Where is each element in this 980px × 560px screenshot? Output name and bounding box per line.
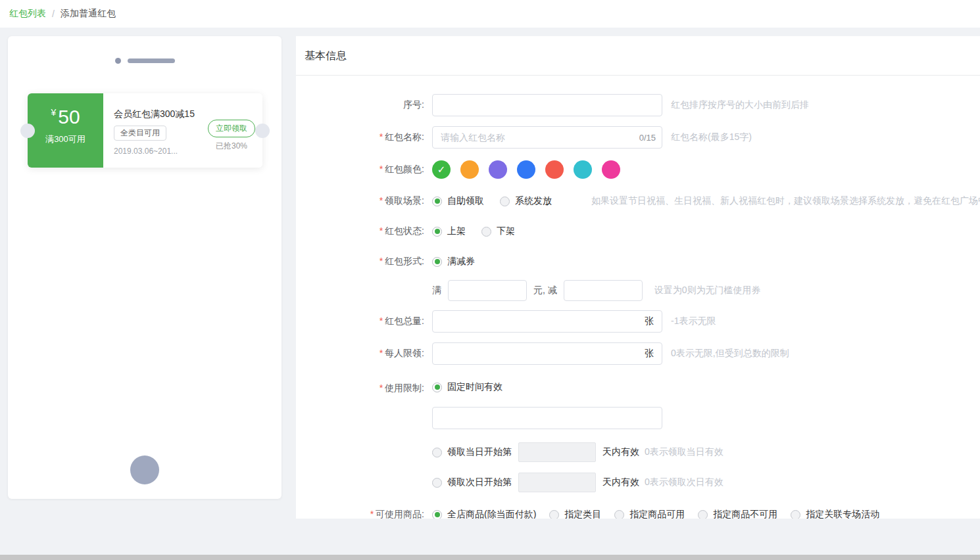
radio-label[interactable]: 领取当日开始第 <box>447 446 512 458</box>
coupon-claim-area: 立即领取 已抢30% <box>206 120 257 152</box>
field-label-usage: *使用限制: <box>305 381 432 394</box>
radio-label[interactable]: 系统发放 <box>515 195 552 207</box>
form-row-total: *红包总量: 张 -1表示无限 <box>305 310 980 333</box>
color-swatch[interactable]: ✓ <box>460 160 479 179</box>
name-hint: 红包名称(最多15字) <box>671 131 752 143</box>
radio-option-on-shelf[interactable]: 上架 <box>432 225 466 237</box>
radio-icon[interactable] <box>432 478 442 488</box>
color-swatch[interactable]: ✓ <box>517 160 535 179</box>
coupon-info-block: 会员红包满300减15 全类目可用 2019.03.06~201... 立即领取… <box>103 93 262 168</box>
radio-option-specified-products-excluded[interactable]: 指定商品不可用 <box>698 509 777 519</box>
radio-option-specified-products-allowed[interactable]: 指定商品可用 <box>614 509 685 519</box>
phone-home-button-icon <box>130 455 159 484</box>
field-label-serial: 序号: <box>305 99 432 111</box>
field-label-type: *红包形式: <box>305 256 432 268</box>
next-day-hint: 0表示领取次日有效 <box>645 477 723 488</box>
radio-option-off-shelf[interactable]: 下架 <box>481 225 515 237</box>
radio-label[interactable]: 指定商品可用 <box>629 509 685 519</box>
coupon-amount: ¥50 <box>28 106 103 128</box>
color-swatch[interactable]: ✓ <box>432 160 451 179</box>
radio-option-specified-category[interactable]: 指定类目 <box>549 509 601 519</box>
radio-option-linked-event[interactable]: 指定关联专场活动 <box>791 509 879 519</box>
form-row-products: *可使用商品: 全店商品(除当面付款) 指定类目 指定商品可用 <box>305 508 980 519</box>
breadcrumb-link-redpacket-list[interactable]: 红包列表 <box>9 8 46 20</box>
radio-icon[interactable] <box>698 510 708 519</box>
radio-icon[interactable] <box>432 227 442 237</box>
claim-now-button: 立即领取 <box>208 120 255 137</box>
name-input[interactable] <box>432 126 662 149</box>
field-label-status: *红包状态: <box>305 225 432 237</box>
phone-camera-dot-icon <box>115 58 121 64</box>
required-mark: * <box>380 315 383 326</box>
radio-icon[interactable] <box>500 197 510 206</box>
horizontal-scrollbar[interactable] <box>0 555 980 560</box>
radio-label[interactable]: 指定关联专场活动 <box>806 509 879 519</box>
radio-icon[interactable] <box>614 510 624 519</box>
radio-label[interactable]: 上架 <box>447 225 466 237</box>
radio-label[interactable]: 固定时间有效 <box>447 381 502 393</box>
field-label-color: *红包颜色: <box>305 164 432 175</box>
date-range-input[interactable] <box>432 407 662 429</box>
scene-hint: 如果设置节日祝福、生日祝福、新人祝福红包时，建议领取场景选择系统发放，避免在红包… <box>591 195 980 207</box>
serial-input[interactable] <box>432 94 662 116</box>
radio-label[interactable]: 自助领取 <box>447 195 484 207</box>
radio-option-full-reduction[interactable]: 满减券 <box>432 256 475 268</box>
section-title: 基本信息 <box>305 49 980 75</box>
color-swatch[interactable]: ✓ <box>489 160 507 179</box>
field-label-scene: *领取场景: <box>305 195 432 207</box>
color-swatch[interactable]: ✓ <box>574 160 592 179</box>
field-label-products: *可使用商品: <box>305 509 432 519</box>
breadcrumb-current: 添加普通红包 <box>61 8 116 20</box>
char-counter: 0/15 <box>639 133 656 143</box>
radio-icon[interactable] <box>481 227 491 237</box>
per-person-limit-input[interactable] <box>432 342 662 365</box>
breadcrumb: 红包列表 / 添加普通红包 <box>0 0 980 28</box>
form-row-color: *红包颜色: ✓ ✓ ✓ ✓ ✓ ✓ ✓ <box>305 160 980 179</box>
radio-label[interactable]: 指定商品不可用 <box>713 509 777 519</box>
total-hint: -1表示无限 <box>671 315 716 327</box>
color-swatch[interactable]: ✓ <box>545 160 564 179</box>
radio-option-all-products[interactable]: 全店商品(除当面付款) <box>432 509 536 519</box>
phone-speaker <box>8 58 282 64</box>
required-mark: * <box>380 348 383 358</box>
coupon-date-range: 2019.03.06~201... <box>114 147 206 156</box>
unit-suffix: 张 <box>645 348 654 360</box>
radio-icon[interactable] <box>432 448 442 457</box>
day-suffix: 天内有效 <box>602 477 639 488</box>
radio-label[interactable]: 满减券 <box>447 256 475 268</box>
required-mark: * <box>380 383 383 393</box>
radio-icon[interactable] <box>432 510 442 519</box>
radio-label[interactable]: 指定类目 <box>564 509 601 519</box>
radio-icon[interactable] <box>432 383 442 392</box>
required-mark: * <box>380 195 383 206</box>
day-suffix: 天内有效 <box>602 446 639 458</box>
radio-icon[interactable] <box>432 257 442 267</box>
radio-label[interactable]: 领取次日开始第 <box>447 477 512 488</box>
form-row-threshold: 满 元, 减 设置为0则为无门槛使用券 <box>305 280 980 301</box>
color-swatch[interactable]: ✓ <box>602 160 620 179</box>
radio-label[interactable]: 下架 <box>497 225 515 237</box>
reduction-amount-input[interactable] <box>564 280 643 301</box>
coupon-preview-panel: ¥50 满300可用 会员红包满300减15 全类目可用 2019.03.06~… <box>8 36 282 499</box>
total-count-input[interactable] <box>432 310 662 333</box>
field-label-name: *红包名称: <box>305 131 432 143</box>
required-mark: * <box>380 256 383 266</box>
form-row-name: *红包名称: 0/15 红包名称(最多15字) <box>305 126 980 149</box>
radio-icon[interactable] <box>791 510 800 519</box>
threshold-hint: 设置为0则为无门槛使用券 <box>654 285 761 296</box>
radio-option-self-claim[interactable]: 自助领取 <box>432 195 484 207</box>
radio-icon[interactable] <box>432 197 442 206</box>
same-day-count-input <box>518 442 596 462</box>
phone-speaker-bar-icon <box>128 58 175 63</box>
coupon-title: 会员红包满300减15 <box>114 108 206 120</box>
threshold-amount-input[interactable] <box>448 280 527 301</box>
coupon-card-preview: ¥50 满300可用 会员红包满300减15 全类目可用 2019.03.06~… <box>28 93 262 168</box>
page-content: ¥50 满300可用 会员红包满300减15 全类目可用 2019.03.06~… <box>0 28 980 560</box>
radio-option-system-dispatch[interactable]: 系统发放 <box>500 195 552 207</box>
coupon-category-tag: 全类目可用 <box>114 126 166 141</box>
coupon-amount-block: ¥50 满300可用 <box>28 93 103 168</box>
threshold-middle: 元, 减 <box>533 285 557 296</box>
radio-label[interactable]: 全店商品(除当面付款) <box>447 509 536 519</box>
radio-icon[interactable] <box>549 510 559 519</box>
radio-option-fixed-time[interactable]: 固定时间有效 <box>432 381 502 393</box>
